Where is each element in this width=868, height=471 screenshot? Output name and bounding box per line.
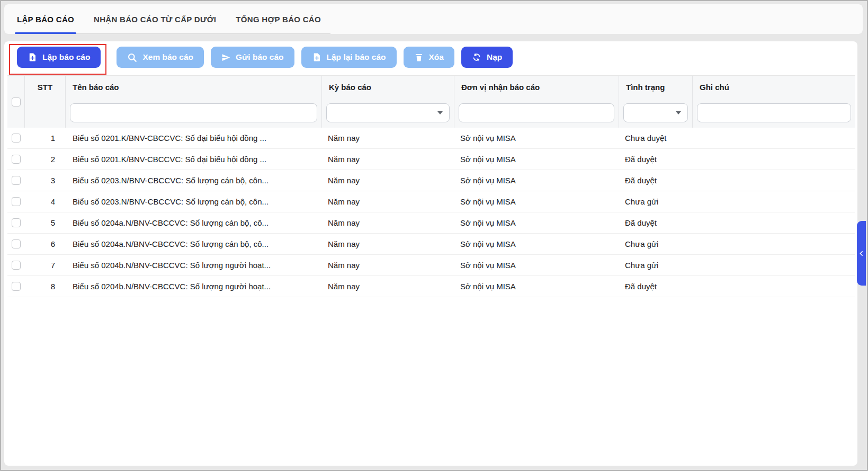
report-name-cell: Biểu số 0204a.N/BNV-CBCCVC: Số lượng cán… <box>66 212 322 233</box>
table-row[interactable]: 8Biểu số 0204b.N/BNV-CBCCVC: Số lượng ng… <box>7 276 855 297</box>
report-period-cell: Năm nay <box>322 255 454 276</box>
collapse-panel-toggle[interactable] <box>857 221 866 286</box>
filter-name-input[interactable] <box>70 104 317 122</box>
filter-status-select[interactable] <box>624 104 687 122</box>
note-cell <box>693 234 855 254</box>
column-header-ghi-chu: Ghi chú <box>693 76 855 98</box>
status-cell: Chưa gửi <box>619 234 693 254</box>
status-cell: Đã duyệt <box>619 149 693 170</box>
column-header-stt: STT <box>25 76 66 98</box>
row-checkbox[interactable] <box>12 282 21 291</box>
tab-nhan-bao-cao-tu-cap-duoi[interactable]: NHẬN BÁO CÁO TỪ CẤP DƯỚI <box>93 4 217 34</box>
row-checkbox[interactable] <box>12 197 21 206</box>
table-row[interactable]: 1Biểu số 0201.K/BNV-CBCCVC: Số đại biểu … <box>7 128 855 149</box>
report-name-cell: Biểu số 0204b.N/BNV-CBCCVC: Số lượng ngư… <box>66 255 322 276</box>
table-row[interactable]: 7Biểu số 0204b.N/BNV-CBCCVC: Số lượng ng… <box>7 255 855 276</box>
tab-lap-bao-cao[interactable]: LẬP BÁO CÁO <box>16 4 75 34</box>
row-checkbox-cell <box>7 191 25 212</box>
receiving-unit-cell: Sở nội vụ MISA <box>454 149 619 170</box>
report-name-cell: Biểu số 0204a.N/BNV-CBCCVC: Số lượng cán… <box>66 234 322 254</box>
report-period-cell: Năm nay <box>322 212 454 233</box>
stt-cell: 1 <box>25 128 66 148</box>
row-checkbox-cell <box>7 234 25 254</box>
create-report-button[interactable]: Lập báo cáo <box>17 47 101 68</box>
report-period-cell: Năm nay <box>322 191 454 212</box>
note-cell <box>693 149 855 170</box>
table-row[interactable]: 4Biểu số 0203.N/BNV-CBCCVC: Số lượng cán… <box>7 191 855 212</box>
table-body: 1Biểu số 0201.K/BNV-CBCCVC: Số đại biểu … <box>7 128 855 297</box>
refresh-icon <box>472 52 481 62</box>
filter-cell-note <box>693 98 855 128</box>
column-header-tinh-trang: Tình trạng <box>619 76 693 98</box>
row-checkbox[interactable] <box>12 155 21 164</box>
select-all-checkbox[interactable] <box>12 97 21 106</box>
filter-unit-input[interactable] <box>459 104 614 122</box>
receiving-unit-cell: Sở nội vụ MISA <box>454 255 619 276</box>
tab-label: LẬP BÁO CÁO <box>17 15 74 24</box>
row-checkbox-cell <box>7 128 25 148</box>
main-panel: Lập báo cáo Xem báo cáo Gửi báo cáo Lập … <box>4 41 857 466</box>
tab-tong-hop-bao-cao[interactable]: TỔNG HỢP BÁO CÁO <box>235 4 322 34</box>
row-checkbox[interactable] <box>12 134 21 143</box>
refresh-button[interactable]: Nạp <box>461 47 513 68</box>
report-period-cell: Năm nay <box>322 128 454 148</box>
status-cell: Đã duyệt <box>619 170 693 191</box>
filter-cell-name <box>66 98 322 128</box>
view-report-button[interactable]: Xem báo cáo <box>117 47 204 68</box>
toolbar: Lập báo cáo Xem báo cáo Gửi báo cáo Lập … <box>4 41 857 75</box>
row-checkbox-cell <box>7 255 25 276</box>
note-cell <box>693 170 855 191</box>
filter-cell-status <box>619 98 693 128</box>
filter-note-input[interactable] <box>697 104 851 122</box>
trash-icon <box>414 52 424 62</box>
stt-cell: 3 <box>25 170 66 191</box>
filter-cell-unit <box>454 98 619 128</box>
status-cell: Chưa gửi <box>619 191 693 212</box>
tab-label: NHẬN BÁO CÁO TỪ CẤP DƯỚI <box>94 15 216 24</box>
table-row[interactable]: 6Biểu số 0204a.N/BNV-CBCCVC: Số lượng cá… <box>7 234 855 255</box>
report-name-cell: Biểu số 0201.K/BNV-CBCCVC: Số đại biểu h… <box>66 149 322 170</box>
receiving-unit-cell: Sở nội vụ MISA <box>454 170 619 191</box>
send-report-button[interactable]: Gửi báo cáo <box>211 47 294 68</box>
row-checkbox[interactable] <box>12 218 21 227</box>
stt-cell: 2 <box>25 149 66 170</box>
report-table: STT Tên báo cáo Kỳ báo cáo Đơn vị nhận b… <box>7 75 855 297</box>
file-plus-icon <box>312 52 321 62</box>
button-label: Xóa <box>429 52 444 62</box>
note-cell <box>693 212 855 233</box>
file-plus-icon <box>28 52 37 62</box>
row-checkbox-cell <box>7 170 25 191</box>
receiving-unit-cell: Sở nội vụ MISA <box>454 191 619 212</box>
row-checkbox[interactable] <box>12 239 21 248</box>
receiving-unit-cell: Sở nội vụ MISA <box>454 276 619 297</box>
button-label: Lập báo cáo <box>42 52 90 62</box>
table-row[interactable]: 3Biểu số 0203.N/BNV-CBCCVC: Số lượng cán… <box>7 170 855 191</box>
note-cell <box>693 191 855 212</box>
button-label: Gửi báo cáo <box>236 52 283 62</box>
recreate-report-button[interactable]: Lập lại báo cáo <box>301 47 397 68</box>
status-cell: Chưa duyệt <box>619 128 693 148</box>
note-cell <box>693 128 855 148</box>
report-name-cell: Biểu số 0203.N/BNV-CBCCVC: Số lượng cán … <box>66 170 322 191</box>
row-checkbox-cell <box>7 276 25 297</box>
delete-button[interactable]: Xóa <box>404 47 454 68</box>
report-name-cell: Biểu số 0203.N/BNV-CBCCVC: Số lượng cán … <box>66 191 322 212</box>
app-window: LẬP BÁO CÁO NHẬN BÁO CÁO TỪ CẤP DƯỚI TỔN… <box>0 0 868 471</box>
stt-cell: 8 <box>25 276 66 297</box>
report-period-cell: Năm nay <box>322 170 454 191</box>
table-row[interactable]: 2Biểu số 0201.K/BNV-CBCCVC: Số đại biểu … <box>7 149 855 170</box>
table-row[interactable]: 5Biểu số 0204a.N/BNV-CBCCVC: Số lượng cá… <box>7 212 855 234</box>
filter-cell-stt <box>25 98 66 128</box>
select-all-cell <box>7 76 25 128</box>
status-cell: Đã duyệt <box>619 276 693 297</box>
row-checkbox[interactable] <box>12 176 21 185</box>
search-icon <box>127 52 137 63</box>
tab-label: TỔNG HỢP BÁO CÁO <box>236 15 321 24</box>
column-header-don-vi-nhan-bao-cao: Đơn vị nhận báo cáo <box>454 76 619 98</box>
chevron-left-icon <box>858 250 865 257</box>
row-checkbox-cell <box>7 212 25 233</box>
row-checkbox[interactable] <box>12 261 21 270</box>
report-name-cell: Biểu số 0201.K/BNV-CBCCVC: Số đại biểu h… <box>66 128 322 148</box>
filter-period-select[interactable] <box>327 104 449 122</box>
report-tab-strip: LẬP BÁO CÁO NHẬN BÁO CÁO TỪ CẤP DƯỚI TỔN… <box>4 4 863 34</box>
